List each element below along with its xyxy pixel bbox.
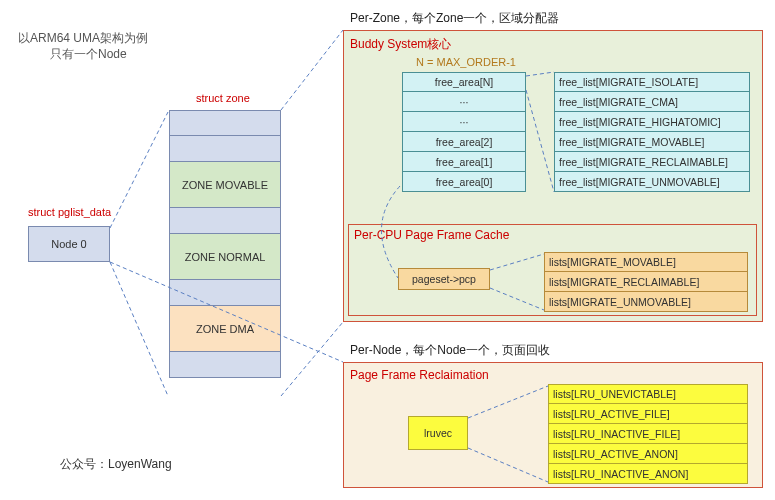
svg-line-1: [110, 262, 168, 396]
zone-cell: [169, 280, 281, 306]
lru-list-cell: lists[LRU_ACTIVE_FILE]: [548, 404, 748, 424]
svg-line-2: [281, 30, 343, 110]
zone-cell: ZONE MOVABLE: [169, 162, 281, 208]
header-title-2: 只有一个Node: [50, 46, 127, 63]
node-box: Node 0: [28, 226, 110, 262]
pglist-label: struct pglist_data: [28, 206, 111, 218]
reclaim-title: Page Frame Reclaimation: [350, 368, 489, 382]
zone-cell: ZONE NORMAL: [169, 234, 281, 280]
zone-stack: ZONE MOVABLEZONE NORMALZONE DMA: [169, 110, 281, 378]
svg-line-3: [281, 322, 343, 396]
lru-list-cell: lists[LRU_INACTIVE_ANON]: [548, 464, 748, 484]
free-list-list: free_list[MIGRATE_ISOLATE]free_list[MIGR…: [554, 72, 750, 192]
zone-cell: [169, 208, 281, 234]
lru-list-cell: lists[LRU_ACTIVE_ANON]: [548, 444, 748, 464]
buddy-title: Buddy System核心: [350, 36, 451, 53]
pcpu-list-cell: lists[MIGRATE_MOVABLE]: [544, 252, 748, 272]
lruvec-box: lruvec: [408, 416, 468, 450]
pageset-box: pageset->pcp: [398, 268, 490, 290]
free-area-cell: free_area[1]: [402, 152, 526, 172]
percpu-title: Per-CPU Page Frame Cache: [354, 228, 509, 242]
free-area-cell: free_area[0]: [402, 172, 526, 192]
svg-line-0: [110, 112, 168, 228]
free-list-cell: free_list[MIGRATE_HIGHATOMIC]: [554, 112, 750, 132]
free-area-cell: ···: [402, 92, 526, 112]
lru-list-cell: lists[LRU_INACTIVE_FILE]: [548, 424, 748, 444]
free-list-cell: free_list[MIGRATE_MOVABLE]: [554, 132, 750, 152]
header-title-1: 以ARM64 UMA架构为例: [18, 30, 148, 47]
free-list-cell: free_list[MIGRATE_RECLAIMABLE]: [554, 152, 750, 172]
lru-lists: lists[LRU_UNEVICTABLE]lists[LRU_ACTIVE_F…: [548, 384, 748, 484]
lru-list-cell: lists[LRU_UNEVICTABLE]: [548, 384, 748, 404]
perzone-caption: Per-Zone，每个Zone一个，区域分配器: [350, 10, 559, 27]
free-list-cell: free_list[MIGRATE_ISOLATE]: [554, 72, 750, 92]
pcpu-list-cell: lists[MIGRATE_RECLAIMABLE]: [544, 272, 748, 292]
footer-credit: 公众号：LoyenWang: [60, 456, 172, 473]
n-label: N = MAX_ORDER-1: [416, 56, 516, 68]
free-area-cell: free_area[2]: [402, 132, 526, 152]
free-area-cell: ···: [402, 112, 526, 132]
zone-cell: ZONE DMA: [169, 306, 281, 352]
zone-cell: [169, 352, 281, 378]
zone-cell: [169, 110, 281, 136]
free-list-cell: free_list[MIGRATE_CMA]: [554, 92, 750, 112]
free-list-cell: free_list[MIGRATE_UNMOVABLE]: [554, 172, 750, 192]
zone-label: struct zone: [196, 92, 250, 104]
free-area-list: free_area[N]······free_area[2]free_area[…: [402, 72, 526, 192]
pcpu-lists: lists[MIGRATE_MOVABLE]lists[MIGRATE_RECL…: [544, 252, 748, 312]
free-area-cell: free_area[N]: [402, 72, 526, 92]
pernode-caption: Per-Node，每个Node一个，页面回收: [350, 342, 550, 359]
zone-cell: [169, 136, 281, 162]
pcpu-list-cell: lists[MIGRATE_UNMOVABLE]: [544, 292, 748, 312]
